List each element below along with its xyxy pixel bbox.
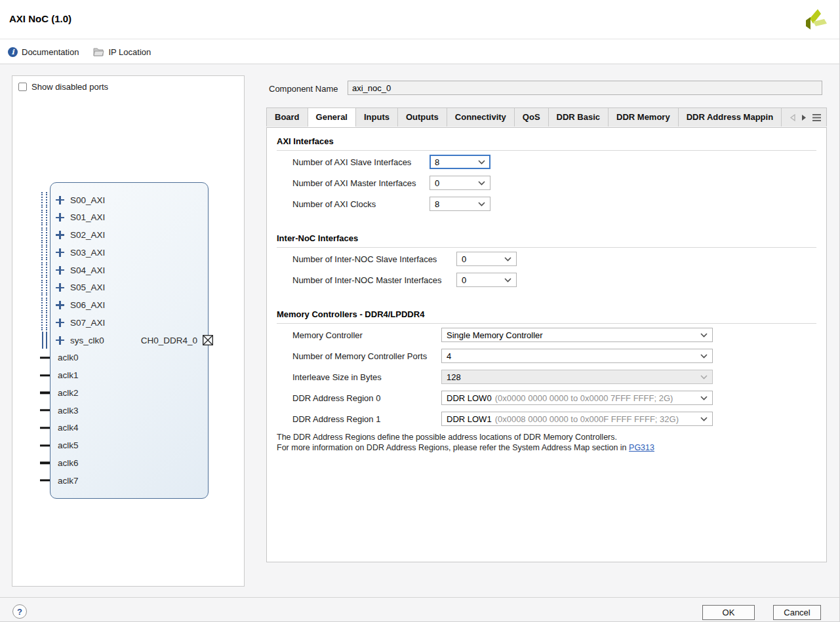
port-row: S03_AXI <box>50 244 208 261</box>
field-label: Interleave Size in Bytes <box>277 372 441 382</box>
clock-pin-pin-icon <box>40 427 50 429</box>
dropdown-number-of-axi-clocks[interactable]: 8 <box>430 197 490 211</box>
port-row: aclk5 <box>50 437 208 454</box>
port-label: S01_AXI <box>70 212 105 222</box>
axi-interface-pin-icon <box>41 280 47 296</box>
title-bar: AXI NoC (1.0) <box>0 0 839 39</box>
port-row: S07_AXI <box>50 314 208 331</box>
axi-interface-pin-icon <box>41 210 47 225</box>
chevron-down-icon <box>700 333 708 338</box>
note-line1: The DDR Address Regions define the possi… <box>277 433 617 442</box>
port-label: aclk5 <box>58 440 79 450</box>
tab-ddr-basic[interactable]: DDR Basic <box>549 108 609 126</box>
cancel-button[interactable]: Cancel <box>773 605 821 620</box>
documentation-label: Documentation <box>22 47 79 57</box>
expand-plus-icon[interactable] <box>56 301 64 309</box>
dialog-body: Show disabled ports S00_AXIS01_AXIS02_AX… <box>0 64 839 597</box>
port-row: aclk1 <box>50 367 208 384</box>
clock-interface-pin-icon <box>42 332 47 349</box>
tab-qos[interactable]: QoS <box>515 108 549 126</box>
dropdown-number-of-axi-master-interfaces[interactable]: 0 <box>430 176 490 190</box>
port-label: S00_AXI <box>70 195 105 205</box>
dropdown-value: DDR LOW0 <box>447 393 492 403</box>
show-disabled-ports-label: Show disabled ports <box>31 82 108 92</box>
port-label: aclk0 <box>58 353 79 362</box>
tab-outputs[interactable]: Outputs <box>398 108 447 126</box>
expand-plus-icon[interactable] <box>56 283 64 292</box>
port-row: S01_AXI <box>50 209 208 226</box>
form-row: Number of Inter-NOC Master Interfaces0 <box>277 273 816 287</box>
chevron-down-icon <box>478 202 485 206</box>
field-label: Number of AXI Master Interfaces <box>277 178 430 188</box>
dropdown-number-of-inter-noc-master-interfaces[interactable]: 0 <box>456 273 517 287</box>
documentation-button[interactable]: i Documentation <box>8 47 79 57</box>
dialog-footer: ? OK Cancel <box>0 597 839 622</box>
ip-location-label: IP Location <box>108 47 151 57</box>
port-row: aclk0 <box>50 349 208 366</box>
expand-plus-icon[interactable] <box>56 196 64 204</box>
port-label: aclk3 <box>58 406 79 416</box>
clock-pin-pin-icon <box>40 374 50 376</box>
port-row: aclk6 <box>50 454 208 471</box>
clock-pin-pin-icon <box>40 462 50 464</box>
tab-list-icon[interactable] <box>812 114 821 121</box>
window-title: AXI NoC (1.0) <box>9 13 71 24</box>
dropdown-number-of-axi-slave-interfaces[interactable]: 8 <box>430 155 490 169</box>
scroll-right-icon[interactable] <box>801 114 807 121</box>
field-label: DDR Address Region 0 <box>277 393 441 403</box>
section-divider <box>277 247 816 248</box>
dropdown-memory-controller[interactable]: Single Memory Controller <box>441 328 713 342</box>
port-label: aclk6 <box>58 458 79 468</box>
port-label: sys_clk0 <box>70 336 104 345</box>
tab-ddr-memory[interactable]: DDR Memory <box>609 108 679 126</box>
section-title: Inter-NoC Interfaces <box>277 233 816 243</box>
port-row: S04_AXI <box>50 262 208 279</box>
tab-inputs[interactable]: Inputs <box>356 108 398 126</box>
clock-pin-pin-icon <box>40 479 50 481</box>
expand-plus-icon[interactable] <box>56 266 64 275</box>
dropdown-ddr-address-region-1[interactable]: DDR LOW1(0x0008 0000 0000 to 0x000F FFFF… <box>441 412 713 426</box>
dropdown-interleave-size-in-bytes[interactable]: 128 <box>441 370 713 384</box>
section-axi-interfaces: AXI Interfaces Number of AXI Slave Inter… <box>277 136 816 211</box>
form-row: Interleave Size in Bytes128 <box>277 370 816 384</box>
expand-plus-icon[interactable] <box>56 231 64 239</box>
expand-plus-icon[interactable] <box>56 248 64 257</box>
component-name-input[interactable] <box>348 81 822 95</box>
port-row: sys_clk0CH0_DDR4_0 <box>50 332 208 349</box>
tab-connectivity[interactable]: Connectivity <box>447 108 515 126</box>
port-label: S04_AXI <box>70 265 105 275</box>
show-disabled-ports-checkbox[interactable] <box>18 83 27 91</box>
port-row: aclk4 <box>50 419 208 437</box>
chevron-down-icon <box>700 417 708 421</box>
dropdown-value-detail: (0x0008 0000 0000 to 0x000F FFFF FFFF; 3… <box>495 414 679 424</box>
dropdown-value: 4 <box>447 351 451 361</box>
axi-interface-pin-icon <box>41 244 47 260</box>
scroll-left-icon[interactable] <box>790 114 795 121</box>
port-row: S02_AXI <box>50 227 208 244</box>
dropdown-number-of-memory-controller-ports[interactable]: 4 <box>441 349 713 363</box>
dropdown-ddr-address-region-0[interactable]: DDR LOW0(0x0000 0000 0000 to 0x0000 7FFF… <box>441 391 713 405</box>
ok-button[interactable]: OK <box>702 605 755 620</box>
port-row: aclk7 <box>50 472 208 489</box>
expand-plus-icon[interactable] <box>56 319 64 327</box>
field-label: Number of Inter-NOC Master Interfaces <box>277 275 456 285</box>
tab-board[interactable]: Board <box>267 108 308 126</box>
port-label: CH0_DDR4_0 <box>141 336 197 345</box>
ip-location-button[interactable]: IP Location <box>93 47 151 57</box>
section-inter-noc-interfaces: Inter-NoC Interfaces Number of Inter-NOC… <box>277 233 816 287</box>
tab-ddr-address-mappin[interactable]: DDR Address Mappin <box>679 108 782 126</box>
expand-plus-icon[interactable] <box>56 213 64 222</box>
tab-scroll-controls <box>785 108 826 126</box>
dropdown-value-detail: (0x0000 0000 0000 to 0x0000 7FFF FFFF; 2… <box>495 393 673 403</box>
tab-general[interactable]: General <box>308 108 356 126</box>
component-name-label: Component Name <box>269 84 338 94</box>
port-label: S02_AXI <box>70 230 105 240</box>
form-row: Number of AXI Clocks8 <box>277 197 816 211</box>
chevron-down-icon <box>478 160 485 165</box>
ip-toolbar: i Documentation IP Location <box>0 40 839 64</box>
help-icon[interactable]: ? <box>12 604 27 619</box>
dropdown-number-of-inter-noc-slave-interfaces[interactable]: 0 <box>456 252 517 266</box>
expand-plus-icon[interactable] <box>56 336 64 345</box>
pg313-link[interactable]: PG313 <box>629 443 654 452</box>
clock-pin-pin-icon <box>40 357 50 359</box>
